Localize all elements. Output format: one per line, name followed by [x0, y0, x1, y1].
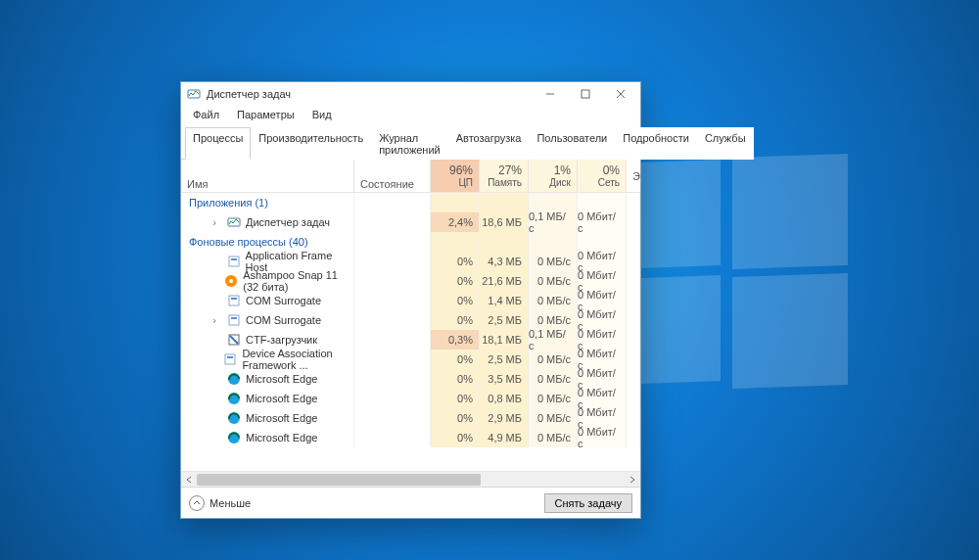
mem-value: 2,9 МБ [480, 408, 529, 428]
task-manager-window: Диспетчер задач Файл Параметры Вид Проце… [180, 81, 641, 519]
disk-value: 0 МБ/с [529, 408, 578, 428]
menu-options[interactable]: Параметры [233, 107, 299, 122]
scroll-right-button[interactable] [625, 472, 640, 487]
process-group[interactable]: Фоновые процессы (40) [181, 232, 640, 252]
net-value: 0 Мбит/с [578, 252, 627, 271]
tab-startup[interactable]: Автозагрузка [448, 127, 530, 160]
process-name: Microsoft Edge [246, 393, 317, 404]
mem-value: 0,8 МБ [480, 389, 529, 408]
menu-view[interactable]: Вид [308, 107, 336, 122]
cpu-value: 2,4% [431, 212, 480, 232]
col-cpu[interactable]: 96%ЦП [431, 160, 480, 192]
svg-rect-16 [227, 356, 233, 358]
process-name: Device Association Framework ... [242, 348, 353, 371]
close-button[interactable] [603, 83, 638, 105]
cpu-value: 0% [431, 271, 480, 291]
mem-value: 4,3 МБ [480, 252, 529, 271]
cpu-value: 0% [431, 369, 480, 389]
menu-file[interactable]: Файл [189, 107, 223, 122]
process-name: Microsoft Edge [246, 412, 317, 424]
process-row[interactable]: Ashampoo Snap 11 (32 бита)0%21,6 МБ0 МБ/… [181, 271, 640, 291]
col-status[interactable]: Состояние [354, 160, 431, 192]
scroll-left-button[interactable] [181, 472, 197, 487]
col-network[interactable]: 0%Сеть [578, 160, 627, 192]
process-icon [227, 215, 241, 229]
horizontal-scrollbar[interactable] [181, 471, 640, 487]
tab-services[interactable]: Службы [697, 127, 754, 160]
disk-value: 0 МБ/с [529, 389, 578, 408]
cpu-value: 0% [431, 428, 480, 447]
tab-performance[interactable]: Производительность [251, 127, 371, 160]
process-row[interactable]: Microsoft Edge0%2,9 МБ0 МБ/с0 Мбит/с [181, 408, 640, 428]
tab-app-history[interactable]: Журнал приложений [371, 127, 448, 160]
mem-value: 18,6 МБ [480, 212, 529, 232]
process-row[interactable]: Microsoft Edge0%3,5 МБ0 МБ/с0 Мбит/с [181, 369, 640, 389]
process-name: Microsoft Edge [246, 373, 317, 385]
disk-value: 0,1 МБ/с [529, 330, 578, 350]
disk-value: 0 МБ/с [529, 252, 578, 271]
net-value: 0 Мбит/с [578, 369, 627, 389]
disk-value: 0 МБ/с [529, 428, 578, 447]
process-icon [227, 294, 241, 307]
menubar: Файл Параметры Вид [181, 105, 640, 126]
net-value: 0 Мбит/с [578, 310, 627, 330]
process-row[interactable]: ›COM Surrogate0%2,5 МБ0 МБ/с0 Мбит/с [181, 310, 640, 330]
process-row[interactable]: CTF-загрузчик0,3%18,1 МБ0,1 МБ/с0 Мбит/с [181, 330, 640, 350]
net-value: 0 Мбит/с [578, 271, 627, 291]
cpu-value: 0% [431, 291, 480, 310]
process-row[interactable]: Microsoft Edge0%4,9 МБ0 МБ/с0 Мбит/с [181, 428, 640, 447]
process-row[interactable]: Application Frame Host0%4,3 МБ0 МБ/с0 Мб… [181, 252, 640, 271]
process-name: CTF-загрузчик [246, 334, 317, 346]
titlebar[interactable]: Диспетчер задач [181, 82, 640, 105]
svg-rect-11 [231, 298, 237, 300]
disk-value: 0 МБ/с [529, 291, 578, 310]
maximize-button[interactable] [568, 83, 603, 105]
col-disk[interactable]: 1%Диск [529, 160, 578, 192]
svg-rect-12 [229, 315, 239, 325]
mem-value: 21,6 МБ [480, 271, 529, 291]
process-name: COM Surrogate [246, 295, 321, 306]
cpu-value: 0% [431, 408, 480, 428]
end-task-button[interactable]: Снять задачу [544, 493, 633, 513]
desktop: Диспетчер задач Файл Параметры Вид Проце… [0, 0, 979, 560]
mem-value: 4,9 МБ [480, 428, 529, 447]
disk-value: 0 МБ/с [529, 350, 578, 369]
disk-value: 0 МБ/с [529, 271, 578, 291]
svg-rect-2 [582, 90, 589, 98]
expand-icon[interactable]: › [209, 216, 220, 228]
process-row[interactable]: COM Surrogate0%1,4 МБ0 МБ/с0 Мбит/с [181, 291, 640, 310]
process-icon [227, 255, 241, 268]
svg-rect-10 [229, 296, 239, 305]
footer: Меньше Снять задачу [181, 487, 640, 518]
col-name[interactable]: Имя [181, 160, 354, 192]
mem-value: 3,5 МБ [480, 369, 529, 389]
disk-value: 0 МБ/с [529, 310, 578, 330]
process-icon [227, 333, 241, 347]
col-memory[interactable]: 27%Память [480, 160, 529, 192]
cpu-value: 0% [431, 310, 480, 330]
process-icon [227, 392, 241, 405]
net-value: 0 Мбит/с [578, 389, 627, 408]
process-name: Microsoft Edge [246, 432, 317, 443]
tab-processes[interactable]: Процессы [185, 127, 251, 160]
process-row[interactable]: ›Диспетчер задач2,4%18,6 МБ0,1 МБ/с0 Мби… [181, 212, 640, 232]
process-row[interactable]: Device Association Framework ...0%2,5 МБ… [181, 350, 640, 369]
disk-value: 0,1 МБ/с [529, 212, 578, 232]
net-value: 0 Мбит/с [578, 408, 627, 428]
expand-icon[interactable]: › [209, 314, 220, 326]
net-value: 0 Мбит/с [578, 350, 627, 369]
process-row[interactable]: Microsoft Edge0%0,8 МБ0 МБ/с0 Мбит/с [181, 389, 640, 408]
cpu-value: 0% [431, 350, 480, 369]
col-extra[interactable]: Э [627, 160, 640, 192]
process-name: Диспетчер задач [246, 216, 330, 228]
scroll-thumb[interactable] [197, 474, 481, 486]
fewer-details-button[interactable]: Меньше [189, 495, 251, 511]
minimize-button[interactable] [533, 83, 568, 105]
mem-value: 1,4 МБ [480, 291, 529, 310]
tabs: Процессы Производительность Журнал прило… [181, 126, 640, 160]
cpu-value: 0,3% [431, 330, 480, 350]
process-icon [227, 313, 241, 327]
process-group[interactable]: Приложения (1) [181, 193, 640, 212]
tab-users[interactable]: Пользователи [529, 127, 615, 160]
tab-details[interactable]: Подробности [615, 127, 697, 160]
